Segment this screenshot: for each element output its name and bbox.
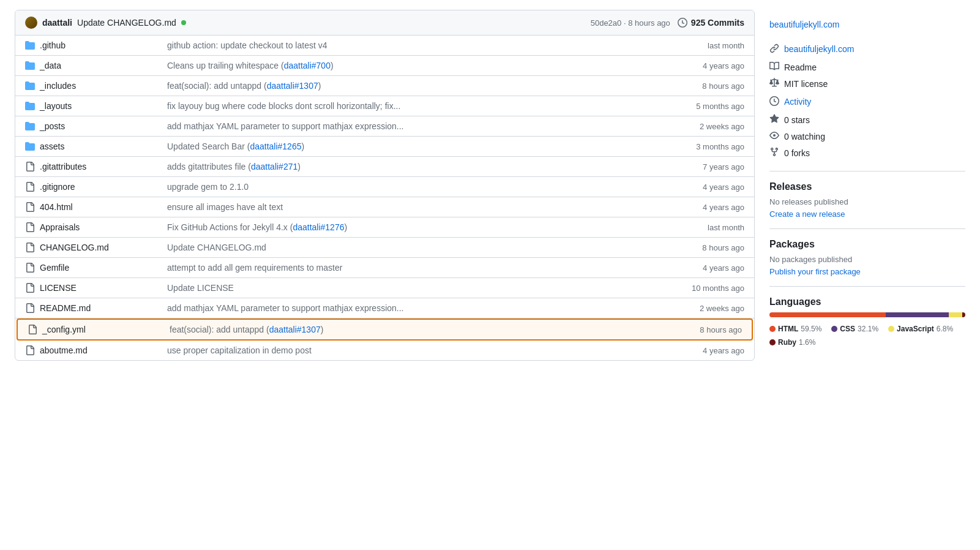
table-row: _layoutsfix layouy bug where code blocks… bbox=[15, 96, 754, 116]
file-commit-message: github action: update checkout to latest… bbox=[167, 40, 666, 50]
file-icon bbox=[25, 222, 35, 232]
table-row: 404.htmlensure all images have alt text4… bbox=[15, 197, 754, 217]
file-time: 10 months ago bbox=[671, 284, 744, 293]
publish-package-link[interactable]: Publish your first package bbox=[769, 267, 861, 276]
file-name: _layouts bbox=[40, 101, 162, 111]
file-name: _config.yml bbox=[42, 325, 165, 334]
file-name: _posts bbox=[40, 121, 162, 131]
commit-sha: 50de2a0 · 8 hours ago bbox=[591, 18, 670, 28]
commit-header: daattali Update CHANGELOG.md 50de2a0 · 8… bbox=[15, 10, 754, 36]
activity-link[interactable]: Activity bbox=[784, 94, 811, 109]
folder-icon bbox=[25, 40, 35, 50]
file-time: 2 weeks ago bbox=[671, 122, 744, 131]
releases-empty: No releases published bbox=[769, 197, 965, 206]
lang-percentage: 59.5% bbox=[801, 325, 821, 333]
file-time: 8 hours ago bbox=[671, 81, 744, 91]
file-commit-message: use proper capitalization in demo post bbox=[167, 345, 666, 355]
file-commit-message: feat(social): add untappd (daattali#1307… bbox=[167, 81, 666, 91]
file-icon bbox=[25, 303, 35, 313]
commits-count: 925 Commits bbox=[691, 18, 744, 28]
file-time: last month bbox=[671, 41, 744, 50]
file-name: .github bbox=[40, 40, 162, 50]
folder-icon bbox=[25, 61, 35, 70]
sidebar-forks-row: 0 forks bbox=[769, 145, 965, 161]
file-name: 404.html bbox=[40, 202, 162, 212]
status-dot bbox=[181, 20, 186, 25]
website-link[interactable]: beautifuljekyll.com bbox=[784, 42, 854, 56]
commit-info-left: daattali Update CHANGELOG.md bbox=[25, 17, 186, 29]
table-row: README.mdadd mathjax YAML parameter to s… bbox=[15, 298, 754, 318]
file-time: 8 hours ago bbox=[668, 325, 742, 334]
lang-legend-item: JavaScript6.8% bbox=[888, 325, 953, 333]
commit-info-right: 50de2a0 · 8 hours ago 925 Commits bbox=[591, 18, 744, 28]
file-name: .gitattributes bbox=[40, 162, 162, 171]
commit-author[interactable]: daattali bbox=[42, 18, 72, 28]
sidebar-website-section: beautifuljekyll.com beautifuljekyll.com … bbox=[769, 10, 965, 171]
create-release-link[interactable]: Create a new release bbox=[769, 209, 845, 219]
lang-legend-item: CSS32.1% bbox=[831, 325, 878, 333]
website-link-top[interactable]: beautifuljekyll.com bbox=[769, 20, 965, 29]
file-time: 4 years ago bbox=[671, 183, 744, 192]
file-icon bbox=[25, 345, 35, 355]
folder-icon bbox=[25, 101, 35, 111]
lang-legend-item: Ruby1.6% bbox=[769, 338, 815, 347]
fork-icon bbox=[769, 147, 779, 159]
link-icon bbox=[769, 43, 779, 55]
file-name: _includes bbox=[40, 81, 162, 91]
lang-bar-segment bbox=[886, 312, 949, 317]
file-name: _data bbox=[40, 61, 162, 70]
table-row: .gitignoreupgrade gem to 2.1.04 years ag… bbox=[15, 177, 754, 197]
table-row: .githubgithub action: update checkout to… bbox=[15, 36, 754, 56]
file-commit-message: add mathjax YAML parameter to support ma… bbox=[167, 121, 666, 131]
lang-name: HTML bbox=[778, 325, 798, 333]
languages-legend: HTML59.5%CSS32.1%JavaScript6.8%Ruby1.6% bbox=[769, 325, 965, 347]
table-row: .gitattributesadds gitattributes file (d… bbox=[15, 157, 754, 177]
table-row: aboutme.mduse proper capitalization in d… bbox=[15, 341, 754, 360]
file-icon bbox=[25, 162, 35, 171]
commits-link[interactable]: 925 Commits bbox=[678, 18, 744, 28]
sidebar: beautifuljekyll.com beautifuljekyll.com … bbox=[769, 10, 965, 361]
lang-legend-item: HTML59.5% bbox=[769, 325, 821, 333]
lang-name: CSS bbox=[840, 325, 855, 333]
lang-name: JavaScript bbox=[897, 325, 934, 333]
scale-icon bbox=[769, 78, 779, 89]
file-commit-message: adds gitattributes file (daattali#271) bbox=[167, 162, 666, 171]
lang-color-dot bbox=[831, 326, 837, 332]
table-row: _postsadd mathjax YAML parameter to supp… bbox=[15, 116, 754, 137]
lang-bar-segment bbox=[962, 312, 965, 317]
lang-bar-segment bbox=[949, 312, 962, 317]
packages-empty: No packages published bbox=[769, 255, 965, 264]
sidebar-license-row: MIT license bbox=[769, 75, 965, 92]
lang-name: Ruby bbox=[778, 338, 796, 347]
file-name: Appraisals bbox=[40, 222, 162, 232]
file-time: 4 years ago bbox=[671, 61, 744, 70]
table-row: assetsUpdated Search Bar (daattali#1265)… bbox=[15, 137, 754, 157]
activity-icon bbox=[769, 96, 779, 108]
sidebar-readme-row: Readme bbox=[769, 59, 965, 75]
file-name: LICENSE bbox=[40, 283, 162, 293]
file-time: 2 weeks ago bbox=[671, 304, 744, 313]
book-icon bbox=[769, 61, 779, 73]
packages-title: Packages bbox=[769, 239, 965, 250]
table-row: CHANGELOG.mdUpdate CHANGELOG.md8 hours a… bbox=[15, 238, 754, 258]
file-time: 4 years ago bbox=[671, 346, 744, 355]
sidebar-website-row: beautifuljekyll.com bbox=[769, 39, 965, 59]
stars-label: 0 stars bbox=[784, 115, 810, 125]
watching-label: 0 watching bbox=[784, 132, 825, 141]
table-row: Gemfileattempt to add all gem requiremen… bbox=[15, 258, 754, 278]
table-row: AppraisalsFix GitHub Actions for Jekyll … bbox=[15, 217, 754, 238]
sidebar-packages-section: Packages No packages published Publish y… bbox=[769, 229, 965, 287]
file-commit-message: attempt to add all gem requirements to m… bbox=[167, 263, 666, 273]
sidebar-languages-section: Languages HTML59.5%CSS32.1%JavaScript6.8… bbox=[769, 287, 965, 356]
file-commit-message: Update LICENSE bbox=[167, 283, 666, 293]
table-row: LICENSEUpdate LICENSE10 months ago bbox=[15, 278, 754, 298]
file-commit-message: ensure all images have alt text bbox=[167, 202, 666, 212]
file-icon bbox=[25, 202, 35, 212]
lang-bar-segment bbox=[769, 312, 886, 317]
file-icon bbox=[25, 263, 35, 273]
file-commit-message: Update CHANGELOG.md bbox=[167, 243, 666, 252]
file-name: README.md bbox=[40, 303, 162, 313]
file-icon bbox=[25, 243, 35, 252]
lang-color-dot bbox=[769, 339, 776, 345]
file-commit-message: upgrade gem to 2.1.0 bbox=[167, 182, 666, 192]
